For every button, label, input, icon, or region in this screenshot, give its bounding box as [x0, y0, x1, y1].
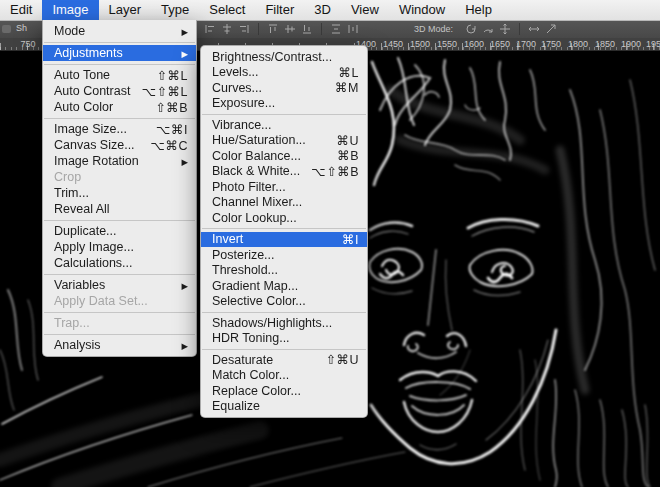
menu-item-label: Equalize — [212, 399, 260, 413]
menu-item-exposure[interactable]: Exposure... — [201, 96, 367, 112]
menu-item-hue-saturation[interactable]: Hue/Saturation...⌘U — [201, 133, 367, 149]
menu-bar: EditImageLayerTypeSelectFilter3DViewWind… — [0, 0, 660, 21]
menu-item-mode[interactable]: Mode▶ — [43, 23, 196, 39]
submenu-arrow-icon: ▶ — [181, 341, 188, 351]
menu-item-label: Analysis — [54, 338, 101, 352]
menu-separator — [202, 349, 366, 350]
menu-item-calculations[interactable]: Calculations... — [43, 255, 196, 271]
menu-item-label: Canvas Size... — [54, 138, 135, 152]
menu-item-canvas-size[interactable]: Canvas Size...⌥⌘C — [43, 137, 196, 153]
align-bottom-edges-icon[interactable] — [301, 23, 313, 35]
distribute-vertical-icon[interactable] — [330, 23, 342, 35]
align-vertical-centers-icon[interactable] — [284, 23, 296, 35]
menu-item-replace-color[interactable]: Replace Color... — [201, 383, 367, 399]
menu-item-label: Auto Tone — [54, 68, 110, 82]
menu-item-apply-image[interactable]: Apply Image... — [43, 239, 196, 255]
submenu-arrow-icon: ▶ — [181, 281, 188, 291]
menu-item-trim[interactable]: Trim... — [43, 185, 196, 201]
menubar-item-type[interactable]: Type — [151, 0, 199, 20]
menu-item-variables[interactable]: Variables▶ — [43, 277, 196, 293]
menu-item-channel-mixer[interactable]: Channel Mixer... — [201, 195, 367, 211]
menu-item-brightness-contrast[interactable]: Brightness/Contrast... — [201, 49, 367, 65]
menu-item-shortcut: ⌘M — [335, 80, 359, 95]
menu-item-equalize[interactable]: Equalize — [201, 399, 367, 415]
menubar-item-window[interactable]: Window — [389, 0, 455, 20]
menu-separator — [44, 220, 195, 221]
menu-item-curves[interactable]: Curves...⌘M — [201, 80, 367, 96]
menu-item-crop: Crop — [43, 169, 196, 185]
slide-3d-camera-icon[interactable] — [528, 23, 540, 35]
menu-item-photo-filter[interactable]: Photo Filter... — [201, 179, 367, 195]
ruler-label: 1650 — [490, 39, 510, 49]
menubar-item-filter[interactable]: Filter — [255, 0, 304, 20]
menubar-item-image[interactable]: Image — [42, 0, 98, 20]
ruler-label: 1750 — [541, 39, 561, 49]
menu-item-label: Selective Color... — [212, 294, 306, 308]
menu-item-vibrance[interactable]: Vibrance... — [201, 117, 367, 133]
menu-item-auto-color[interactable]: Auto Color⇧⌘B — [43, 99, 196, 115]
menu-item-label: Mode — [54, 24, 85, 38]
menu-item-adjustments[interactable]: Adjustments▶ — [43, 45, 196, 61]
menu-item-color-balance[interactable]: Color Balance...⌘B — [201, 148, 367, 164]
menu-item-shadows-highlights[interactable]: Shadows/Highlights... — [201, 315, 367, 331]
submenu-arrow-icon: ▶ — [181, 157, 188, 167]
menu-item-label: Replace Color... — [212, 384, 301, 398]
menu-item-levels[interactable]: Levels...⌘L — [201, 65, 367, 81]
menubar-item-3d[interactable]: 3D — [304, 0, 341, 20]
menu-item-reveal-all[interactable]: Reveal All — [43, 201, 196, 217]
menu-item-auto-contrast[interactable]: Auto Contrast⌥⇧⌘L — [43, 83, 196, 99]
scale-3d-camera-icon[interactable] — [545, 23, 557, 35]
align-left-edges-icon[interactable] — [204, 23, 216, 35]
menu-item-trap: Trap... — [43, 315, 196, 331]
menu-item-hdr-toning[interactable]: HDR Toning... — [201, 331, 367, 347]
align-distribute-icon-group — [204, 23, 359, 35]
ruler-label: 1850 — [595, 39, 615, 49]
menu-item-selective-color[interactable]: Selective Color... — [201, 294, 367, 310]
menu-item-image-rotation[interactable]: Image Rotation▶ — [43, 153, 196, 169]
menu-item-label: Vibrance... — [212, 118, 272, 132]
menu-item-auto-tone[interactable]: Auto Tone⇧⌘L — [43, 67, 196, 83]
photoshop-window: { "app": "Adobe Photoshop", "colors": { … — [0, 0, 660, 487]
ruler-label: 1950 — [646, 39, 660, 49]
menu-item-black-white[interactable]: Black & White...⌥⇧⌘B — [201, 164, 367, 180]
menu-item-label: Shadows/Highlights... — [212, 316, 332, 330]
menu-item-color-lookup[interactable]: Color Lookup... — [201, 210, 367, 226]
distribute-horizontal-icon[interactable] — [347, 23, 359, 35]
menu-item-analysis[interactable]: Analysis▶ — [43, 337, 196, 353]
menu-separator — [202, 312, 366, 313]
menubar-item-edit[interactable]: Edit — [0, 0, 42, 20]
menu-item-label: Threshold... — [212, 263, 278, 277]
align-horizontal-centers-icon[interactable] — [221, 23, 233, 35]
roll-3d-camera-icon[interactable] — [482, 23, 494, 35]
menu-item-label: Auto Color — [54, 100, 113, 114]
submenu-arrow-icon: ▶ — [181, 49, 188, 59]
menubar-item-help[interactable]: Help — [455, 0, 502, 20]
menu-item-desaturate[interactable]: Desaturate⇧⌘U — [201, 352, 367, 368]
menu-item-label: Channel Mixer... — [212, 195, 302, 209]
menu-item-threshold[interactable]: Threshold... — [201, 263, 367, 279]
menu-item-gradient-map[interactable]: Gradient Map... — [201, 278, 367, 294]
ruler-label: 1500 — [410, 39, 430, 49]
menu-item-label: HDR Toning... — [212, 331, 290, 345]
menu-item-match-color[interactable]: Match Color... — [201, 368, 367, 384]
align-right-edges-icon[interactable] — [238, 23, 250, 35]
menu-separator — [44, 42, 195, 43]
menubar-item-select[interactable]: Select — [199, 0, 255, 20]
menu-item-label: Invert — [212, 232, 243, 246]
menu-separator — [44, 334, 195, 335]
pan-3d-camera-icon[interactable] — [499, 23, 511, 35]
menubar-item-layer[interactable]: Layer — [99, 0, 152, 20]
menu-item-duplicate[interactable]: Duplicate... — [43, 223, 196, 239]
menu-item-image-size[interactable]: Image Size...⌥⌘I — [43, 121, 196, 137]
menu-item-label: Auto Contrast — [54, 84, 130, 98]
align-top-edges-icon[interactable] — [267, 23, 279, 35]
orbit-3d-camera-icon[interactable] — [465, 23, 477, 35]
menu-item-shortcut: ⌘I — [342, 232, 359, 247]
menu-item-label: Calculations... — [54, 256, 133, 270]
menu-separator — [44, 118, 195, 119]
menu-item-shortcut: ⌥⌘I — [156, 122, 188, 137]
menu-item-label: Posterize... — [212, 248, 275, 262]
menu-item-posterize[interactable]: Posterize... — [201, 247, 367, 263]
menubar-item-view[interactable]: View — [341, 0, 389, 20]
menu-item-invert[interactable]: Invert⌘I — [201, 232, 367, 248]
